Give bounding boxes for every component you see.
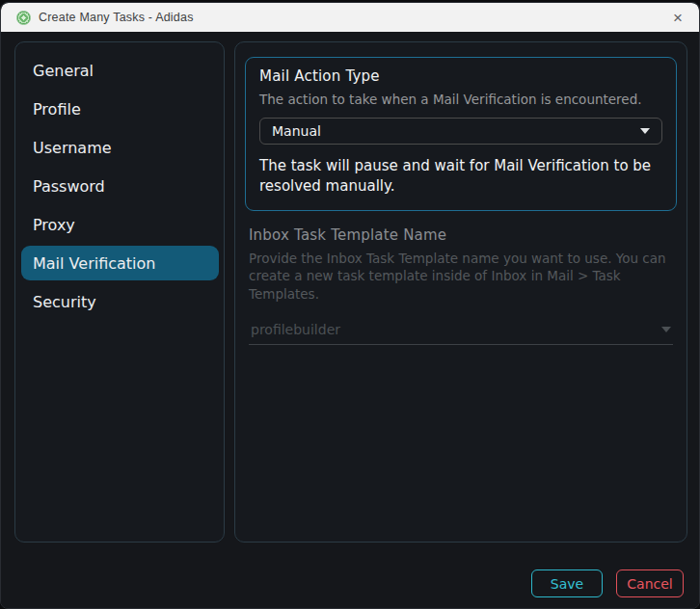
inbox-template-section: Inbox Task Template Name Provide the Inb… <box>249 226 673 345</box>
chevron-down-icon <box>661 327 671 332</box>
mail-action-description: The action to take when a Mail Verificat… <box>259 91 662 108</box>
sidebar-item-security[interactable]: Security <box>21 284 219 319</box>
main-panel: Mail Action Type The action to take when… <box>234 41 687 543</box>
dialog-window: Create Many Tasks - Adidas × GeneralProf… <box>0 2 700 609</box>
inbox-template-select: profilebuilder <box>249 316 673 345</box>
mail-action-note: The task will pause and wait for Mail Ve… <box>259 156 662 197</box>
inbox-template-title: Inbox Task Template Name <box>249 226 673 244</box>
close-icon[interactable]: × <box>657 3 699 32</box>
mail-action-selected-value: Manual <box>272 123 321 139</box>
sidebar-item-username[interactable]: Username <box>21 130 219 165</box>
sidebar-item-proxy[interactable]: Proxy <box>21 207 219 242</box>
sidebar-item-password[interactable]: Password <box>21 169 219 203</box>
mail-action-select[interactable]: Manual <box>259 118 662 145</box>
app-logo-icon <box>16 11 31 25</box>
inbox-template-selected-value: profilebuilder <box>251 322 340 337</box>
sidebar-list: GeneralProfileUsernamePasswordProxyMail … <box>15 53 224 319</box>
sidebar: GeneralProfileUsernamePasswordProxyMail … <box>14 41 225 543</box>
sidebar-item-mail-verification[interactable]: Mail Verification <box>21 246 219 280</box>
sidebar-item-profile[interactable]: Profile <box>21 92 219 126</box>
inbox-template-description: Provide the Inbox Task Template name you… <box>249 250 673 303</box>
sidebar-item-general[interactable]: General <box>21 53 219 88</box>
mail-action-section: Mail Action Type The action to take when… <box>245 57 677 211</box>
dialog-body: GeneralProfileUsernamePasswordProxyMail … <box>1 32 699 609</box>
window-title: Create Many Tasks - Adidas <box>39 11 194 24</box>
chevron-down-icon <box>640 128 650 134</box>
mail-action-title: Mail Action Type <box>259 67 662 85</box>
footer-actions: Save Cancel <box>531 569 684 597</box>
cancel-button[interactable]: Cancel <box>616 569 684 597</box>
title-bar: Create Many Tasks - Adidas × <box>1 3 699 32</box>
save-button[interactable]: Save <box>531 569 603 597</box>
